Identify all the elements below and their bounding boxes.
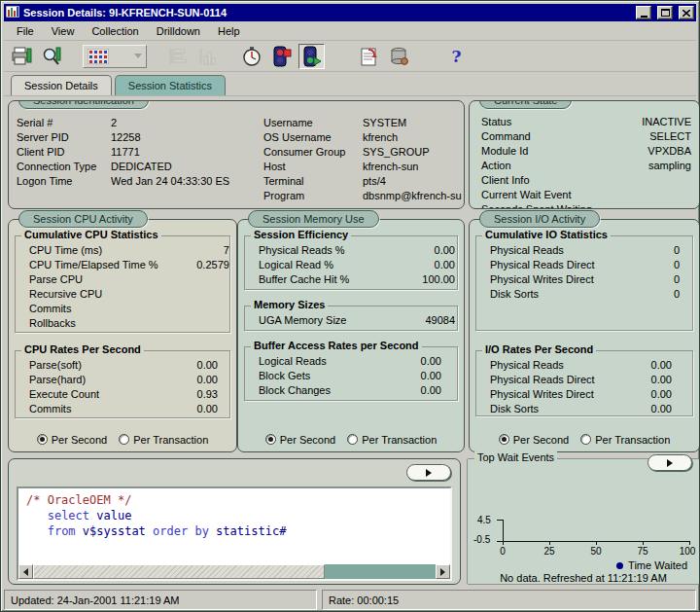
start-collection-button[interactable] (298, 44, 325, 69)
stat-label: Seconds Spent Waiting (481, 203, 592, 209)
stop-collection-button[interactable] (268, 44, 295, 69)
scrollbar-thumb[interactable] (33, 564, 325, 579)
find-button[interactable] (39, 44, 65, 69)
x-tick (549, 541, 550, 545)
print-button[interactable] (9, 44, 35, 69)
chart-grid-icon (88, 49, 109, 64)
sql-expand-button[interactable] (406, 464, 451, 481)
stat-value: 0.00 (435, 259, 455, 273)
stat-value: INACTIVE (642, 116, 691, 130)
per-second-radio[interactable]: Per Second (499, 434, 569, 446)
stat-value: 0.00 (421, 399, 441, 400)
top-wait-events-title: Top Wait Events (474, 451, 557, 463)
stat-value: 0.00 (651, 388, 672, 403)
radio-icon (347, 434, 358, 445)
status-bar: Updated: 24-Jan-2001 11:21:19 AM Rate: 0… (4, 588, 696, 610)
io-rate-mode: Per Second Per Transaction (470, 432, 699, 447)
stat-label: Commits (19, 303, 229, 317)
stat-label: Parse(hard) (19, 374, 197, 388)
menu-drilldown[interactable]: Drilldown (148, 22, 209, 40)
x-tick-label: 0 (500, 546, 506, 557)
x-tick-label: 75 (637, 546, 648, 557)
stat-value: 0.00 (435, 244, 455, 259)
menu-view[interactable]: View (43, 22, 84, 40)
session-io-activity-title: Session I/O Activity (479, 210, 600, 228)
cumulative-io-statistics-group: Cumulative IO Statistics Physical Reads0… (475, 235, 693, 331)
stat-value: SELECT (649, 130, 691, 145)
stat-label: Physical Writes Direct (480, 273, 674, 288)
field-value: dbsnmp@kfrench-sun ( (363, 190, 462, 204)
minimize-button[interactable] (636, 6, 651, 19)
stat-value: 0 (674, 288, 680, 303)
buffer-access-rates-group: Buffer Access Rates per Second Logical R… (244, 346, 458, 401)
sql-horizontal-scrollbar[interactable] (18, 564, 450, 579)
stat-value: 0.25792 (196, 259, 229, 273)
field-label: OS Username (263, 131, 363, 146)
maximize-button[interactable] (657, 6, 673, 19)
stop-traffic-light-icon (272, 46, 292, 67)
radio-label: Per Second (52, 434, 107, 446)
y-tick-label: -0.5 (473, 534, 490, 545)
close-button[interactable] (679, 6, 694, 19)
stat-label: Soft Parse % (249, 288, 428, 289)
session-efficiency-group: Session Efficiency Physical Reads %0.00 … (244, 235, 458, 290)
stat-value: 0.00 (651, 374, 672, 388)
database-button[interactable] (386, 44, 412, 69)
menu-help[interactable]: Help (209, 22, 249, 40)
x-tick (689, 541, 690, 545)
per-transaction-radio[interactable]: Per Transaction (580, 434, 670, 446)
stat-label: Rollbacks (19, 317, 229, 332)
menu-collection[interactable]: Collection (83, 22, 147, 40)
sql-indent (26, 509, 48, 522)
stat-label: Recursive CPU (19, 288, 229, 303)
stat-label: Block Gets (249, 370, 421, 384)
legend-marker-icon (616, 562, 623, 569)
session-details-window: Session Details: 9I-KFRENCH-SUN-0114 Fil… (0, 0, 700, 612)
wait-events-expand-button[interactable] (648, 454, 692, 471)
stat-label: Commits (19, 403, 197, 417)
sql-text-box[interactable]: /* OracleOEM */ select value from v$syss… (17, 486, 452, 581)
field-label: Serial # (17, 117, 111, 131)
chart-legend: Time Waited (616, 559, 687, 571)
database-icon (390, 47, 409, 66)
field-value: kfrench (363, 131, 462, 146)
report-button[interactable] (356, 44, 382, 69)
stat-label: Physical Reads Direct (480, 259, 674, 273)
per-second-radio[interactable]: Per Second (37, 434, 107, 446)
toolbar: ? (4, 41, 696, 72)
memory-sizes-group: Memory Sizes UGA Memory Size49084 PGA Me… (244, 306, 458, 331)
per-second-radio[interactable]: Per Second (265, 434, 335, 446)
help-button[interactable]: ? (443, 44, 470, 69)
radio-icon (265, 434, 276, 445)
print-icon (12, 47, 33, 66)
scrollbar-track[interactable] (325, 564, 436, 579)
tab-session-details[interactable]: Session Details (11, 75, 112, 95)
bar-chart-icon (168, 48, 188, 65)
scroll-right-button[interactable] (436, 564, 450, 579)
stat-value: 0.00 (651, 359, 672, 374)
group-title: Cumulative IO Statistics (482, 229, 611, 240)
stat-value: 100.00 (422, 273, 455, 288)
sql-identifier: v$sysstat (76, 524, 153, 538)
field-label: Client PID (17, 146, 111, 161)
sql-keyword: order (153, 524, 188, 538)
stat-label: Physical Reads % (249, 244, 435, 259)
sql-keyword: select (48, 509, 89, 522)
field-value: DEDICATED (111, 161, 262, 175)
field-label: Logon Time (17, 175, 111, 190)
menu-file[interactable]: File (8, 22, 43, 40)
field-label: Server PID (17, 131, 111, 146)
chart-type-dropdown[interactable] (83, 45, 147, 68)
per-transaction-radio[interactable]: Per Transaction (119, 434, 208, 446)
stat-label: Current Wait Event (481, 189, 572, 203)
tab-session-statistics[interactable]: Session Statistics (115, 75, 226, 95)
stopwatch-button[interactable] (238, 44, 264, 69)
session-io-activity-panel: Session I/O Activity Cumulative IO Stati… (469, 219, 700, 452)
field-value: SYSTEM (363, 117, 462, 131)
stat-label: Action (481, 160, 511, 174)
sql-comment: /* OracleOEM */ (26, 493, 131, 507)
per-transaction-radio[interactable]: Per Transaction (347, 434, 437, 446)
scroll-left-button[interactable] (18, 564, 33, 579)
session-memory-use-panel: Session Memory Use Session Efficiency Ph… (237, 219, 465, 452)
stat-value: 157760 (419, 329, 455, 330)
